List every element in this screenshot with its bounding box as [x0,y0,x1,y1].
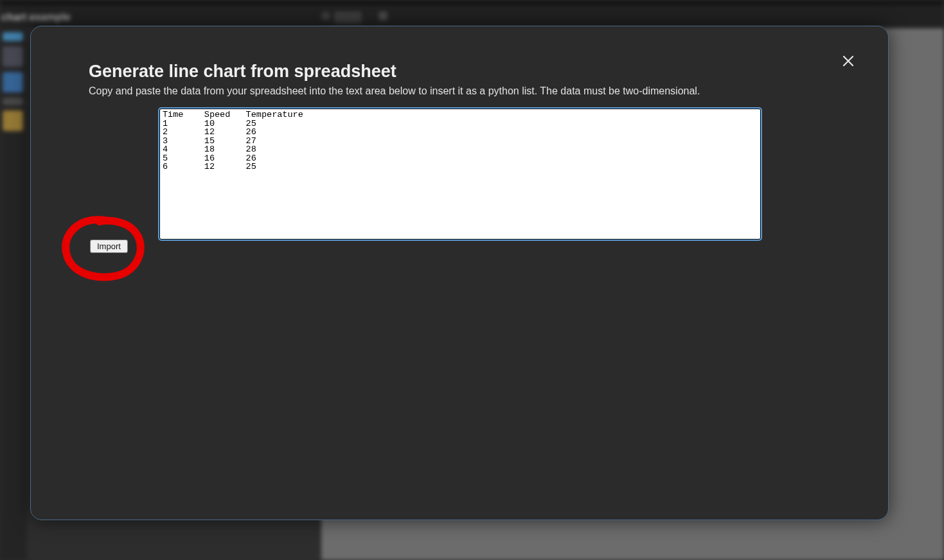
close-button[interactable] [839,52,857,70]
modal-description: Copy and paste the data from your spread… [89,85,700,97]
modal-title: Generate line chart from spreadsheet [89,62,396,82]
import-modal: Generate line chart from spreadsheet Cop… [30,26,889,520]
window-title: chart example [0,12,71,23]
import-button[interactable]: Import [90,240,128,253]
spreadsheet-data-input[interactable] [159,109,761,240]
close-icon [842,55,855,67]
